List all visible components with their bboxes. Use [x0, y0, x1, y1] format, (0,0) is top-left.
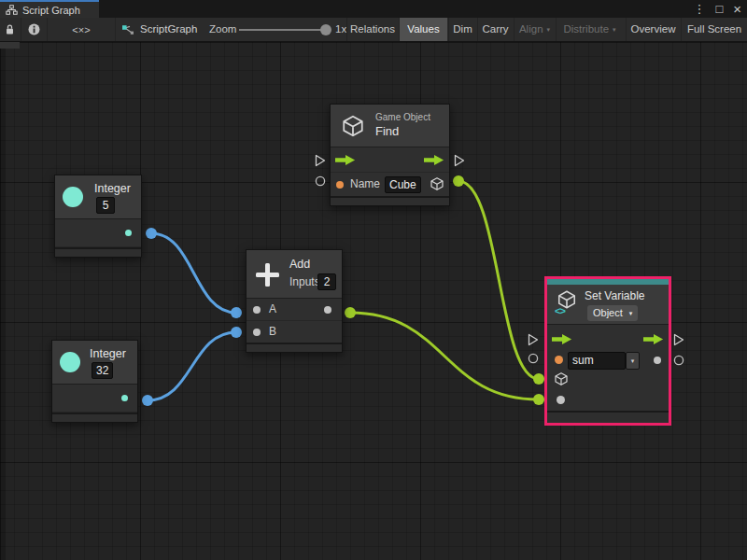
graph-name-label: ScriptGraph	[140, 18, 197, 41]
zoom-slider-knob[interactable]	[320, 24, 331, 35]
node-footer	[52, 413, 137, 422]
node-integer-top[interactable]: Integer 5	[54, 175, 142, 258]
value-output-port[interactable]	[654, 357, 661, 364]
close-icon[interactable]: ×	[733, 0, 741, 18]
script-graph-window: Script Graph ⋮ □ × <×>	[0, 0, 747, 560]
maximize-icon[interactable]: □	[715, 0, 723, 18]
dim-label: Dim	[453, 23, 472, 35]
flow-in-arrow-icon[interactable]	[552, 333, 572, 345]
wire-endpoint	[231, 327, 242, 338]
graph-canvas[interactable]: Integer 5 Integer 32	[0, 42, 747, 560]
value-out-indicator-icon[interactable]	[673, 355, 684, 366]
wire-find-to-setvar-target	[458, 181, 539, 379]
node-footer	[547, 411, 669, 421]
node-title: Set Variable	[585, 289, 644, 302]
node-footer	[55, 247, 141, 257]
integer-top-header: Integer 5	[55, 175, 141, 219]
target-object-port-icon[interactable]	[554, 371, 569, 386]
zoom-value: 1x	[335, 18, 346, 41]
input-port-b[interactable]	[253, 329, 261, 336]
node-footer	[331, 196, 449, 205]
wire-endpoint	[533, 394, 544, 405]
script-graph-icon	[120, 18, 135, 41]
value-input-port[interactable]	[557, 396, 565, 404]
node-title: Integer	[90, 347, 126, 360]
integer-value-field[interactable]: 5	[96, 197, 115, 214]
toolbar-button-align[interactable]: Align▾	[514, 18, 555, 41]
flow-out-arrow-icon[interactable]	[643, 333, 664, 345]
value-in-indicator-icon[interactable]	[528, 353, 539, 364]
find-header: Game Object Find	[331, 105, 449, 147]
wire-add-to-setvar-value	[350, 313, 539, 399]
node-add[interactable]: Add Inputs 2 A B	[246, 249, 343, 353]
sum-output-port[interactable]	[324, 306, 331, 314]
find-flow-row	[331, 147, 449, 173]
flow-out-arrow-icon[interactable]	[424, 154, 444, 166]
more-menu-icon[interactable]: ⋮	[693, 0, 705, 18]
relations-label: Relations	[350, 23, 395, 35]
code-view-icon: <×>	[72, 24, 90, 35]
variable-kind-dropdown[interactable]: Object ▾	[587, 305, 638, 321]
plus-icon	[255, 262, 280, 287]
inputs-label: Inputs	[289, 275, 320, 288]
wire-endpoint	[453, 175, 464, 187]
integer-output-port[interactable]	[121, 395, 128, 401]
lock-icon	[5, 23, 15, 35]
graph-toolbar: <×> ScriptGraph Zoom 1x Relations Values…	[0, 18, 747, 42]
flow-in-arrow-icon[interactable]	[335, 154, 356, 166]
toolbar-button-relations[interactable]: Relations	[346, 18, 398, 41]
zoom-slider-track[interactable]	[239, 29, 329, 31]
zoom-label: Zoom	[209, 18, 236, 41]
inputs-count-field[interactable]: 2	[317, 273, 336, 290]
wire-endpoint	[231, 307, 242, 318]
node-title: Integer	[94, 182, 131, 195]
node-footer	[247, 343, 342, 352]
info-icon	[28, 23, 40, 35]
wire-endpoint	[345, 307, 356, 318]
variable-name-port[interactable]	[555, 356, 563, 364]
gameobject-output-port-icon[interactable]	[430, 176, 444, 191]
flow-out-indicator-icon[interactable]	[673, 333, 684, 346]
node-set-variable[interactable]: <> Set Variable Object ▾ sum ▾	[544, 276, 671, 426]
add-row-a: A	[247, 299, 342, 321]
canvas-corner-tab	[0, 42, 20, 49]
integer-bottom-port-row	[52, 385, 137, 413]
toolbar-button-overview[interactable]: Overview	[626, 18, 680, 41]
toolbar-button-carry[interactable]: Carry	[477, 18, 513, 41]
align-label: Align	[519, 23, 543, 35]
node-category: Game Object	[375, 112, 430, 122]
toolbar-button-fullscreen[interactable]: Full Screen	[681, 18, 747, 41]
port-a-label: A	[269, 302, 276, 315]
add-header: Add Inputs 2	[247, 250, 342, 299]
name-value-field[interactable]: Cube	[385, 176, 421, 193]
game-object-cube-icon	[341, 114, 365, 138]
node-integer-bottom[interactable]: Integer 32	[51, 340, 138, 423]
graph-hierarchy-icon	[6, 5, 18, 15]
code-view-button[interactable]: <×>	[47, 18, 116, 41]
flow-in-indicator-icon[interactable]	[315, 154, 326, 167]
integer-type-icon	[63, 187, 83, 207]
input-port-a[interactable]	[253, 306, 261, 314]
wire-endpoint	[146, 228, 157, 239]
integer-value-field[interactable]: 32	[92, 362, 113, 379]
title-bar: Script Graph ⋮ □ ×	[0, 0, 747, 18]
toolbar-button-values[interactable]: Values	[399, 18, 447, 41]
lock-button[interactable]	[0, 18, 20, 41]
values-label: Values	[407, 23, 439, 35]
variable-name-dropdown[interactable]: sum	[568, 352, 626, 370]
flow-out-indicator-icon[interactable]	[454, 154, 465, 167]
toolbar-button-dim[interactable]: Dim	[448, 18, 476, 41]
integer-output-port[interactable]	[125, 230, 132, 236]
flow-in-indicator-icon[interactable]	[528, 333, 539, 346]
variable-name-caret-button[interactable]: ▾	[626, 352, 640, 370]
canvas-left-strip	[0, 42, 6, 560]
tab-script-graph[interactable]: Script Graph	[0, 0, 99, 18]
variable-brackets-icon: <>	[555, 305, 565, 316]
name-input-port[interactable]	[336, 181, 344, 189]
toolbar-button-distribute[interactable]: Distribute▾	[556, 18, 623, 41]
set-variable-header: <> Set Variable Object ▾	[547, 285, 669, 325]
node-find[interactable]: Game Object Find Name Cube	[330, 104, 450, 206]
info-button[interactable]	[21, 18, 47, 41]
distribute-label: Distribute	[563, 23, 609, 35]
value-in-indicator-icon[interactable]	[315, 175, 326, 187]
